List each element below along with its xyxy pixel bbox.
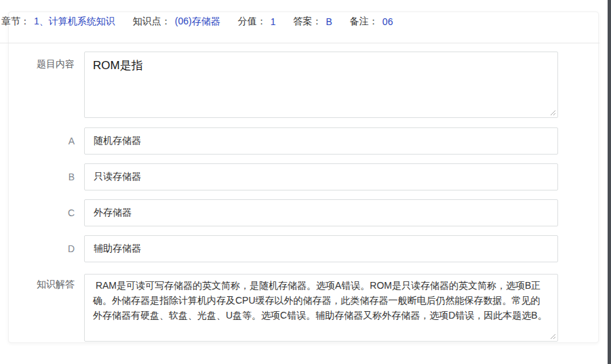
note-value: 06	[382, 16, 393, 27]
question-content-field: ROM是指	[84, 52, 558, 118]
score-value: 1	[271, 16, 276, 27]
option-a-field	[84, 127, 558, 155]
question-content-label: 题目内容	[0, 58, 75, 70]
question-content-textarea[interactable]: ROM是指	[85, 52, 557, 117]
option-b-input[interactable]	[85, 164, 557, 190]
option-d-input[interactable]	[85, 236, 557, 262]
option-c-field	[84, 199, 558, 226]
chapter-label: 章节：	[1, 16, 30, 28]
explanation-textarea[interactable]: RAM是可读可写存储器的英文简称，是随机存储器。选项A错误。ROM是只读存储器的…	[85, 275, 557, 341]
option-a-label: A	[0, 127, 75, 155]
answer-label: 答案：	[294, 16, 322, 28]
option-c-label: C	[0, 199, 75, 226]
explanation-label: 知识解答	[0, 279, 75, 291]
header-divider	[0, 43, 599, 43]
option-c-input[interactable]	[85, 200, 557, 226]
chapter-value: 1、计算机系统知识	[34, 16, 115, 28]
option-d-field	[84, 235, 558, 262]
resize-handle-icon[interactable]	[549, 109, 556, 116]
score-label: 分值：	[238, 16, 267, 28]
answer-value: B	[326, 16, 332, 27]
option-b-field	[84, 163, 558, 190]
question-detail-page: 章节： 1、计算机系统知识 知识点： (06)存储器 分值： 1 答案： B 备…	[0, 0, 611, 364]
meta-bar: 章节： 1、计算机系统知识 知识点： (06)存储器 分值： 1 答案： B 备…	[1, 16, 393, 28]
option-b-label: B	[0, 163, 75, 190]
knowledge-point-value: (06)存储器	[175, 16, 220, 28]
resize-handle-icon[interactable]	[549, 333, 556, 340]
option-d-label: D	[0, 235, 75, 262]
knowledge-point-label: 知识点：	[133, 16, 171, 28]
explanation-field: RAM是可读可写存储器的英文简称，是随机存储器。选项A错误。ROM是只读存储器的…	[84, 274, 558, 342]
note-label: 备注：	[350, 16, 378, 28]
window-right-edge	[608, 0, 611, 364]
option-a-input[interactable]	[85, 128, 557, 154]
